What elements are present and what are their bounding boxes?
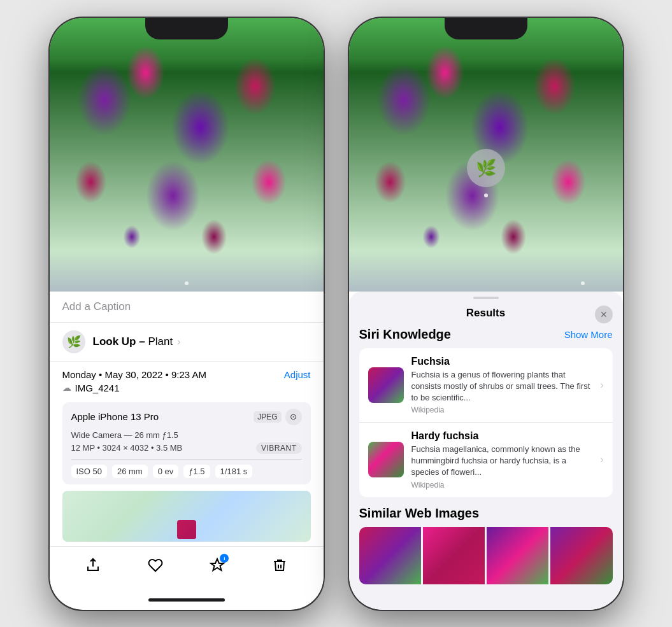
drag-handle[interactable] [473, 297, 499, 299]
similar-section: Similar Web Images [359, 506, 613, 584]
vibrant-badge: VIBRANT [256, 442, 302, 454]
toolbar: i [50, 546, 324, 591]
photo-image [50, 18, 324, 292]
left-phone: Add a Caption 🌿 Look Up – Plant › [50, 18, 324, 610]
right-phone: 🌿 Results ✕ Siri Knowledge Show [349, 18, 623, 610]
map-strip[interactable] [62, 491, 311, 542]
fuchsia-content: Fuchsia Fuchsia is a genus of flowering … [411, 356, 593, 415]
right-flower-dot [581, 281, 585, 285]
notch [145, 18, 228, 39]
hardy-description: Fuchsia magellanica, commonly known as t… [411, 444, 593, 479]
exif-shutter: 1/181 s [215, 465, 253, 478]
info-badge: i [220, 554, 229, 563]
siri-knowledge-header: Siri Knowledge Show More [359, 327, 613, 342]
favorite-button[interactable] [141, 551, 169, 579]
similar-image-2[interactable] [423, 527, 485, 584]
hardy-name: Hardy fuchsia [411, 430, 593, 442]
info-area: Add a Caption 🌿 Look Up – Plant › [50, 292, 324, 546]
info-button[interactable]: i [203, 551, 231, 579]
share-button[interactable] [79, 551, 107, 579]
fuchsia-name: Fuchsia [411, 356, 593, 367]
fuchsia-thumbnail [368, 367, 404, 403]
similar-title: Similar Web Images [359, 506, 613, 521]
similar-image-4[interactable] [550, 527, 612, 584]
similar-image-3[interactable] [487, 527, 548, 584]
lookup-row[interactable]: 🌿 Look Up – Plant › [50, 323, 324, 362]
lookup-icon-circle: 🌿 [62, 330, 85, 353]
caption-placeholder[interactable]: Add a Caption [62, 300, 131, 313]
visual-lookup-button[interactable]: 🌿 [467, 149, 505, 187]
device-section: Apple iPhone 13 Pro JPEG ⊙ Wide Camera —… [62, 402, 311, 484]
lookup-dot [484, 194, 488, 197]
right-notch [445, 18, 527, 39]
similar-images-grid [359, 527, 613, 584]
fuchsia-description: Fuchsia is a genus of flowering plants t… [411, 369, 593, 404]
device-name: Apple iPhone 13 Pro [71, 411, 159, 422]
caption-area[interactable]: Add a Caption [50, 292, 324, 323]
exif-aperture: ƒ1.5 [183, 465, 210, 478]
exif-ev: 0 ev [153, 465, 179, 478]
close-button[interactable]: ✕ [595, 306, 613, 323]
adjust-button[interactable]: Adjust [284, 369, 311, 380]
hardy-thumbnail [368, 442, 404, 477]
hardy-chevron: › [600, 454, 603, 465]
fuchsia-source: Wikipedia [411, 405, 593, 414]
photo-dot [185, 281, 189, 285]
home-indicator [50, 591, 324, 610]
siri-knowledge-title: Siri Knowledge [359, 327, 451, 342]
cloud-icon: ☁ [62, 383, 71, 393]
jpeg-badge: JPEG [254, 411, 281, 423]
results-title: Results [466, 307, 505, 320]
hardy-source: Wikipedia [411, 481, 593, 490]
exif-focal: 26 mm [112, 465, 148, 478]
leaf-icon: 🌿 [67, 335, 81, 349]
knowledge-card: Fuchsia Fuchsia is a genus of flowering … [359, 348, 613, 497]
hardy-fuchsia-item[interactable]: Hardy fuchsia Fuchsia magellanica, commo… [359, 423, 613, 497]
filename: IMG_4241 [75, 383, 120, 393]
results-panel: Results ✕ Siri Knowledge Show More [349, 292, 623, 610]
date-row: Monday • May 30, 2022 • 9:23 AM Adjust ☁… [50, 362, 324, 396]
delete-button[interactable] [266, 551, 294, 579]
show-more-button[interactable]: Show More [564, 329, 613, 340]
mp-info: 12 MP • 3024 × 4032 • 3.5 MB [71, 443, 183, 453]
right-photo-image: 🌿 [349, 18, 623, 292]
hardy-content: Hardy fuchsia Fuchsia magellanica, commo… [411, 430, 593, 490]
results-header: Results ✕ [349, 302, 623, 327]
map-thumbnail [177, 520, 196, 539]
visual-lookup-icon: 🌿 [476, 159, 496, 178]
device-badges: JPEG ⊙ [254, 409, 301, 425]
exif-row: ISO 50 26 mm 0 ev ƒ1.5 1/181 s [71, 459, 302, 478]
date-text: Monday • May 30, 2022 • 9:23 AM [62, 369, 206, 380]
exif-iso: ISO 50 [71, 465, 107, 478]
similar-image-1[interactable] [359, 527, 421, 584]
aperture-badge: ⊙ [285, 409, 302, 425]
fuchsia-chevron: › [600, 379, 603, 391]
results-body: Siri Knowledge Show More Fuchsia Fuchsia… [349, 327, 623, 584]
camera-info: Wide Camera — 26 mm ƒ1.5 [71, 430, 302, 440]
lookup-text: Look Up – Plant › [93, 335, 181, 348]
home-bar [148, 598, 225, 602]
fuchsia-item[interactable]: Fuchsia Fuchsia is a genus of flowering … [359, 348, 613, 423]
